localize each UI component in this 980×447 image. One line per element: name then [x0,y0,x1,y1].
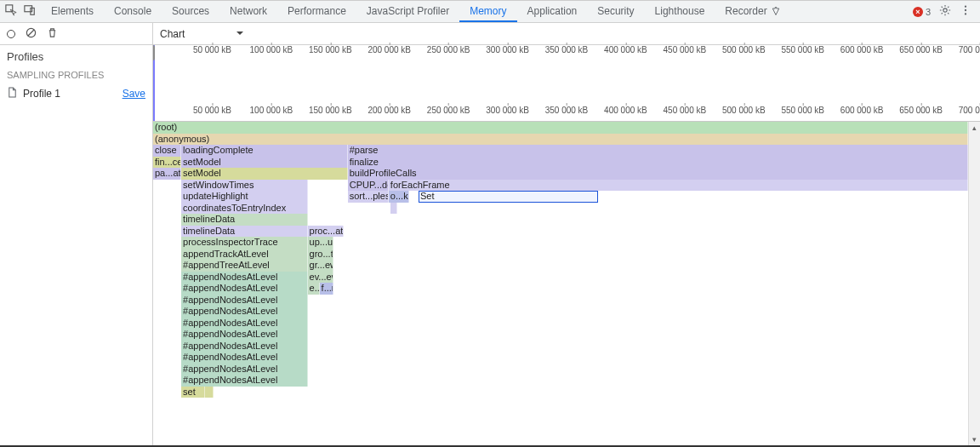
tab-recorder[interactable]: Recorder [715,1,790,22]
flame-row: #appendNodesAtLevel [153,352,968,364]
tab-console[interactable]: Console [104,1,162,22]
tab-performance[interactable]: Performance [277,1,356,22]
flame-frame[interactable]: set [181,387,205,398]
flame-frame[interactable]: #appendNodesAtLevel [181,375,307,387]
ruler-tick: 700 000 kB [959,45,980,54]
flame-frame[interactable]: pa...at [153,168,181,180]
overview-range-handle-left[interactable] [153,45,155,121]
ruler-tick: 150 000 kB [309,106,352,115]
tab-sources[interactable]: Sources [162,1,219,22]
tab-elements[interactable]: Elements [41,1,104,22]
flame-frame[interactable]: timelineData [181,214,307,226]
flame-frame[interactable]: timelineData [181,226,307,238]
flame-frame[interactable]: updateHighlight [181,191,307,203]
flame-frame[interactable]: #appendNodesAtLevel [181,364,307,375]
tab-security[interactable]: Security [587,1,644,22]
ruler-tick: 450 000 kB [664,45,707,54]
tab-lighthouse[interactable]: Lighthouse [645,1,715,22]
flame-frame[interactable]: gr...ew [308,260,333,272]
flame-frame[interactable]: buildProfileCalls [348,168,968,180]
tab-application[interactable]: Application [517,1,588,22]
flame-frame[interactable]: #parse [348,145,968,157]
flame-frame[interactable]: finalize [348,157,968,169]
flame-frame[interactable]: #appendNodesAtLevel [181,283,307,295]
flame-frame[interactable] [390,203,397,215]
flame-frame[interactable]: #appendNodesAtLevel [181,352,307,364]
flame-frame[interactable]: gro...ts [308,249,333,261]
kebab-menu-icon[interactable] [960,4,971,19]
ruler-tick: 600 000 kB [840,45,884,54]
device-toggle-icon[interactable] [24,4,36,19]
flame-row: timelineData [153,214,968,226]
block-icon[interactable] [26,27,37,41]
flame-frame[interactable]: f...r [320,283,333,295]
overview-chart[interactable]: 50 000 kB100 000 kB150 000 kB200 000 kB2… [153,45,980,122]
flame-frame[interactable]: close [153,145,181,157]
svg-line-7 [28,29,34,35]
flame-frame[interactable]: #appendNodesAtLevel [181,318,307,330]
trash-icon[interactable] [47,27,58,41]
flame-row: #appendNodesAtLevel [153,375,968,387]
inspect-icon[interactable] [5,4,17,19]
flame-scrollbar[interactable]: ▴ ▾ [968,122,980,445]
error-count[interactable]: × 3 [913,7,931,17]
flame-frame[interactable]: sort...ples [348,191,389,203]
ruler-bottom: 50 000 kB100 000 kB150 000 kB200 000 kB2… [153,106,980,121]
flame-frame[interactable]: coordinatesToEntryIndex [181,203,307,215]
flame-frame[interactable]: proc...ata [308,226,344,238]
flame-frame[interactable]: setModel [181,157,348,169]
flame-frame[interactable]: CPUP...del [348,180,389,192]
ruler-tick: 400 000 kB [604,45,647,54]
view-mode-select[interactable]: Chart [160,28,244,40]
flame-chart[interactable]: (root)(anonymous)closeloadingComplete#pa… [153,122,980,445]
flame-frame[interactable]: e... [308,283,320,295]
flame-frame[interactable]: #appendNodesAtLevel [181,341,307,352]
ruler-tick: 550 000 kB [781,45,824,54]
flame-frame[interactable]: fin...ce [153,157,181,169]
flame-row: pa...atsetModelbuildProfileCalls [153,168,968,180]
flame-frame[interactable] [205,387,214,398]
ruler-tick: 300 000 kB [486,45,529,54]
flame-frame[interactable]: appendTrackAtLevel [181,249,307,261]
flame-frame[interactable]: #appendNodesAtLevel [181,272,307,284]
flame-frame[interactable]: #appendTreeAtLevel [181,260,307,272]
ruler-tick: 650 000 kB [899,45,943,54]
settings-icon[interactable] [939,4,951,19]
flame-frame[interactable]: #appendNodesAtLevel [181,329,307,341]
sidebar-subheading: Sampling Profiles [0,66,152,83]
flame-frame[interactable]: #appendNodesAtLevel [181,306,307,318]
flame-frame[interactable]: ev...ew [308,272,333,284]
profile-list-item[interactable]: Profile 1 Save [0,83,152,104]
flame-chart-canvas[interactable]: (root)(anonymous)closeloadingComplete#pa… [153,122,968,445]
flame-frame[interactable]: Set [419,191,598,203]
ruler-tick: 600 000 kB [840,106,884,115]
flame-frame[interactable]: setModel [181,168,348,180]
scroll-up-icon[interactable]: ▴ [969,122,980,134]
tab-javascript-profiler[interactable]: JavaScript Profiler [356,1,459,22]
ruler-tick: 650 000 kB [899,106,943,115]
flame-frame[interactable]: (anonymous) [153,134,968,146]
scroll-down-icon[interactable]: ▾ [969,433,980,445]
ruler-tick: 200 000 kB [368,45,411,54]
panel-body: Profiles Sampling Profiles Profile 1 Sav… [0,23,980,445]
flame-frame[interactable]: #appendNodesAtLevel [181,295,307,307]
flame-frame[interactable]: (root) [153,122,968,134]
profiles-sidebar: Profiles Sampling Profiles Profile 1 Sav… [0,23,153,445]
record-icon[interactable] [7,30,15,38]
flame-row: set [153,387,968,398]
flame-frame[interactable]: up...up [308,237,333,249]
ruler-tick: 700 000 kB [959,106,980,115]
overview-range-grip-icon[interactable] [153,45,155,60]
save-profile-link[interactable]: Save [122,88,145,100]
ruler-tick: 100 000 kB [250,45,293,54]
flame-frame[interactable]: processInspectorTrace [181,237,307,249]
tab-network[interactable]: Network [219,1,277,22]
sidebar-heading: Profiles [0,45,152,66]
flame-frame[interactable]: o...k [389,191,409,203]
svg-point-4 [965,9,966,11]
tab-memory[interactable]: Memory [459,1,516,22]
flame-frame[interactable]: loadingComplete [181,145,348,157]
ruler-tick: 250 000 kB [427,106,470,115]
flame-frame[interactable]: setWindowTimes [181,180,307,192]
flame-frame[interactable]: forEachFrame [389,180,968,192]
